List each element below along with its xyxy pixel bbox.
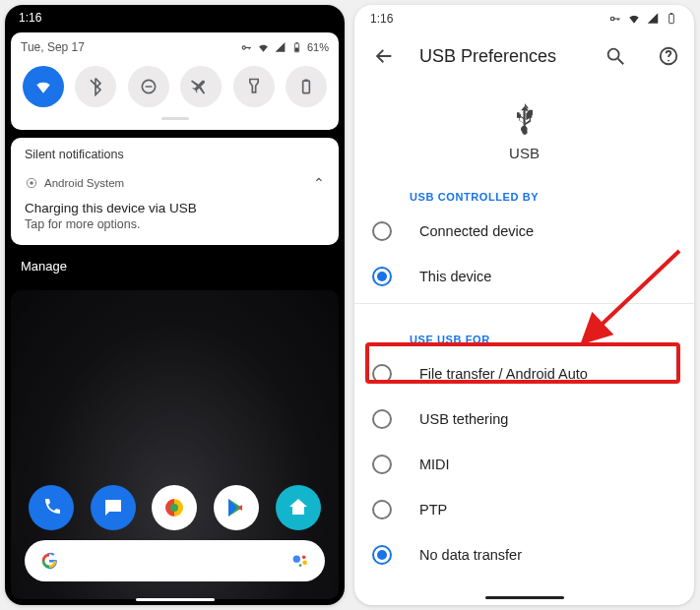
svg-point-10 [170, 504, 178, 512]
radio-button[interactable] [372, 500, 392, 519]
manage-button[interactable]: Manage [5, 245, 345, 287]
key-icon [608, 12, 622, 26]
radio-button[interactable] [372, 364, 392, 384]
drag-handle[interactable] [161, 117, 189, 120]
tile-airplane[interactable] [180, 66, 222, 107]
clock: 1:16 [370, 12, 393, 26]
tile-wifi[interactable] [23, 66, 64, 107]
left-phone: 1:16 Tue, Sep 17 61% Silent notification… [5, 5, 345, 605]
quick-settings-panel[interactable]: Tue, Sep 17 61% [11, 32, 339, 130]
svg-point-18 [608, 49, 619, 60]
right-phone: 1:16 USB Preferences USB USB CONTROLLED … [354, 5, 694, 605]
notification-card[interactable]: Silent notifications Android System ⌃ Ch… [11, 138, 339, 245]
home-wallpaper [11, 290, 339, 599]
statusbar: 1:16 [5, 5, 345, 30]
search-bar[interactable] [25, 540, 325, 581]
svg-rect-3 [295, 47, 298, 51]
svg-rect-17 [670, 13, 672, 14]
wifi-icon [257, 41, 270, 54]
chevron-up-icon[interactable]: ⌃ [313, 175, 325, 191]
radio-label: This device [419, 269, 491, 284]
radio-label: PTP [419, 502, 447, 518]
radio-usefor-0[interactable]: File transfer / Android Auto [354, 351, 694, 396]
svg-point-14 [299, 564, 302, 567]
notif-subtitle: Tap for more options. [25, 217, 325, 231]
status-icons [608, 12, 678, 26]
page-title: USB Preferences [419, 46, 556, 67]
dock [11, 485, 339, 530]
svg-rect-16 [669, 14, 674, 23]
radio-label: MIDI [419, 457, 450, 472]
status-icons: 61% [240, 41, 329, 54]
tile-flashlight[interactable] [233, 66, 275, 107]
radio-button[interactable] [372, 267, 392, 286]
nav-pill[interactable] [485, 596, 564, 599]
tile-bluetooth[interactable] [75, 66, 116, 107]
notif-title: Charging this device via USB [25, 201, 325, 215]
battery-pct: 61% [307, 41, 329, 53]
radio-usefor-3[interactable]: PTP [354, 487, 694, 532]
wifi-icon [627, 12, 641, 26]
svg-point-15 [610, 17, 614, 21]
play-store-app[interactable] [214, 485, 259, 530]
tile-dnd[interactable] [128, 66, 169, 107]
svg-point-13 [302, 561, 307, 566]
radio-button[interactable] [372, 545, 392, 565]
phone-app[interactable] [29, 485, 74, 530]
radio-label: File transfer / Android Auto [419, 366, 588, 382]
home-app[interactable] [276, 485, 321, 530]
radio-controlled-1[interactable]: This device [354, 254, 694, 299]
svg-rect-7 [304, 80, 307, 82]
qs-tiles [21, 66, 329, 107]
radio-usefor-4[interactable]: No data transfer [354, 532, 694, 578]
battery-icon [665, 12, 678, 26]
section-controlled-by: USB CONTROLLED BY [410, 191, 694, 203]
search-button[interactable] [598, 38, 633, 74]
section-use-for: USE USB FOR [410, 334, 694, 345]
svg-line-19 [618, 59, 624, 65]
search-icon [605, 45, 626, 67]
radio-label: USB tethering [419, 411, 508, 427]
radio-usefor-2[interactable]: MIDI [354, 442, 694, 487]
radio-button[interactable] [372, 221, 392, 241]
signal-icon [646, 12, 660, 26]
svg-rect-6 [303, 81, 310, 93]
divider [354, 303, 694, 304]
assistant-icon[interactable] [289, 550, 311, 572]
radio-label: Connected device [419, 223, 534, 239]
notif-app-label: Android System [44, 177, 124, 189]
svg-point-0 [242, 45, 245, 48]
radio-label: No data transfer [419, 547, 522, 563]
photos-app[interactable] [152, 485, 197, 530]
statusbar: 1:16 [354, 5, 694, 32]
signal-icon [274, 41, 286, 54]
android-icon [25, 176, 38, 190]
radio-controlled-0[interactable]: Connected device [354, 209, 694, 254]
radio-button[interactable] [372, 455, 392, 474]
svg-point-11 [293, 556, 300, 563]
svg-rect-2 [295, 42, 297, 43]
silent-header: Silent notifications [25, 148, 325, 161]
google-icon [38, 550, 60, 572]
tile-battery-saver[interactable] [286, 66, 327, 107]
usb-icon [509, 103, 541, 135]
clock: 1:16 [19, 11, 41, 25]
battery-icon [290, 41, 303, 54]
date-label: Tue, Sep 17 [21, 40, 85, 54]
messages-app[interactable] [91, 485, 136, 530]
nav-pill[interactable] [136, 598, 215, 601]
app-bar: USB Preferences [354, 32, 694, 80]
usb-hero-label: USB [354, 145, 694, 161]
svg-point-9 [30, 181, 33, 185]
radio-button[interactable] [372, 409, 392, 429]
svg-point-21 [668, 60, 669, 62]
radio-usefor-1[interactable]: USB tethering [354, 396, 694, 442]
key-icon [240, 41, 253, 54]
help-button[interactable] [651, 38, 686, 74]
help-icon [658, 45, 679, 67]
svg-point-12 [302, 556, 306, 560]
notif-header-row: Android System ⌃ [25, 175, 325, 191]
arrow-back-icon [373, 45, 395, 67]
back-button[interactable] [366, 38, 402, 74]
usb-hero: USB [354, 103, 694, 161]
